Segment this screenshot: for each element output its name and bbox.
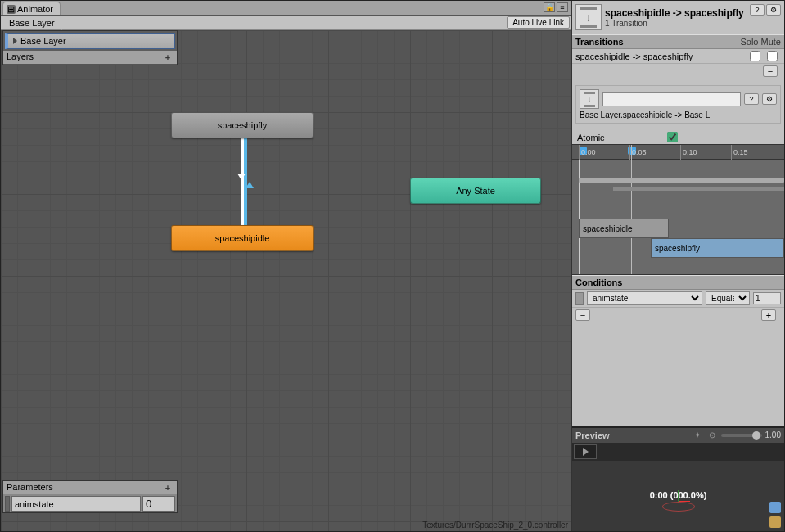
transition-name-input[interactable]	[602, 92, 741, 106]
ruler-tick: 0:10	[680, 145, 697, 160]
transition-icon: ↓	[575, 4, 602, 30]
graph-area[interactable]: Base Layer Layers + spaceshipfly spacesh…	[1, 30, 571, 531]
help-button[interactable]: ?	[750, 4, 765, 16]
condition-operator-select[interactable]: Equals	[706, 291, 750, 305]
atomic-label: Atomic	[577, 133, 667, 142]
parameters-header: Parameters	[7, 482, 53, 494]
parameter-row[interactable]	[3, 495, 177, 512]
conditions-header: Conditions	[572, 275, 784, 290]
state-node-fly[interactable]: spaceshipfly	[171, 112, 314, 138]
mute-checkbox[interactable]	[767, 51, 778, 61]
inspector-title: spaceshipidle -> spaceshipfly	[605, 7, 747, 19]
lead-line	[579, 160, 580, 274]
transitions-section-header: Transitions Solo Mute	[572, 34, 784, 49]
model-icon[interactable]	[769, 516, 781, 528]
ruler-tick: 0:00	[579, 145, 596, 160]
inspector-panel: ↓ spaceshipidle -> spaceshipfly 1 Transi…	[572, 1, 784, 531]
playhead[interactable]	[631, 145, 632, 274]
add-condition-button[interactable]: +	[761, 309, 776, 321]
parameters-panel: Parameters +	[2, 480, 178, 513]
preview-section: Preview ✦ ⊙ 1.00 0:00 (000.0%)	[572, 426, 784, 532]
solo-checkbox[interactable]	[750, 51, 760, 61]
parameter-name-input[interactable]	[11, 496, 141, 512]
timeline-clip-fly[interactable]: spaceshipfly	[651, 238, 784, 258]
play-icon	[583, 448, 589, 456]
settings-gear-icon[interactable]: ⚙	[762, 93, 777, 105]
preview-speed-value: 1.00	[765, 431, 781, 440]
breadcrumb-item[interactable]: Base Layer	[2, 17, 61, 29]
arrow-up-icon	[246, 182, 254, 188]
parameter-value-input[interactable]	[142, 496, 175, 512]
condition-row: animstate Equals	[572, 290, 784, 307]
condition-value-input[interactable]	[753, 292, 781, 304]
panel-menu-icon[interactable]: ≡	[557, 2, 568, 12]
condition-param-select[interactable]: animstate	[587, 291, 702, 305]
state-label: spaceshipidle	[215, 233, 270, 243]
avatar-icon[interactable]	[769, 502, 781, 513]
ruler-tick: 0:15	[731, 145, 748, 160]
inspector-subtitle: 1 Transition	[605, 19, 747, 28]
timeline-clip-idle[interactable]: spaceshipidle	[579, 219, 669, 238]
layers-header: Layers	[7, 52, 34, 63]
remove-condition-button[interactable]: −	[575, 309, 590, 321]
drag-handle-icon[interactable]	[5, 496, 10, 512]
tab-animator[interactable]: ⊞ Animator	[2, 2, 61, 15]
ruler-tick: 0:05	[629, 145, 647, 160]
transition-list-row[interactable]: spaceshipidle -> spaceshipfly	[572, 49, 784, 63]
tab-label: Animator	[17, 4, 53, 14]
state-node-idle[interactable]: spaceshipidle	[171, 225, 314, 251]
axis-y-icon	[678, 490, 679, 502]
remove-transition-button[interactable]: −	[763, 65, 778, 77]
transition-icon: ↓	[580, 89, 599, 109]
drag-handle-icon[interactable]	[575, 292, 584, 305]
inspector-header: ↓ spaceshipidle -> spaceshipfly 1 Transi…	[572, 1, 784, 34]
animator-panel: ≡ ⊞ Animator Base Layer Auto Live Link B…	[1, 1, 572, 531]
timeline-track	[579, 178, 784, 183]
preview-viewport[interactable]: 0:00 (000.0%)	[572, 461, 784, 532]
transition-timeline[interactable]: 0:00 0:05 0:10 0:15 spaceshipidle spaces…	[572, 144, 784, 275]
atomic-checkbox[interactable]	[667, 132, 678, 142]
play-icon	[13, 38, 17, 44]
animator-icon: ⊞	[7, 5, 16, 14]
add-parameter-button[interactable]: +	[162, 482, 174, 494]
auto-live-link-button[interactable]: Auto Live Link	[507, 16, 570, 29]
layers-header-row: Layers +	[3, 51, 177, 65]
preview-header: Preview	[575, 431, 687, 440]
layers-panel: Base Layer Layers +	[2, 30, 178, 65]
layer-name: Base Layer	[20, 36, 66, 46]
breadcrumb-bar: Base Layer Auto Live Link	[1, 16, 571, 30]
state-label: spaceshipfly	[218, 120, 268, 130]
tab-bar: ⊞ Animator	[1, 1, 571, 16]
ik-icon[interactable]: ✦	[692, 430, 703, 441]
arrow-down-icon	[237, 174, 246, 180]
transition-path-label: Base Layer.spaceshipidle -> Base L	[580, 110, 777, 119]
transition-row-label: spaceshipidle -> spaceshipfly	[575, 52, 747, 61]
axis-x-icon	[679, 501, 690, 502]
state-node-anystate[interactable]: Any State	[410, 178, 541, 204]
add-layer-button[interactable]: +	[162, 52, 174, 63]
timeline-track	[613, 187, 784, 191]
state-label: Any State	[456, 186, 495, 196]
help-button[interactable]: ?	[744, 93, 759, 105]
lock-icon[interactable]	[544, 2, 555, 12]
grid-background	[1, 30, 571, 531]
transition-name-box: ↓ ? ⚙ Base Layer.spaceshipidle -> Base L	[575, 85, 781, 124]
settings-gear-icon[interactable]: ⚙	[766, 4, 781, 16]
atomic-row: Atomic	[572, 130, 784, 144]
pivot-icon[interactable]: ⊙	[706, 430, 718, 441]
preview-speed-slider[interactable]	[721, 434, 762, 437]
asset-path-label: Textures/DurrrSpaceShip_2_0.controller	[4, 521, 568, 530]
preview-play-button[interactable]	[574, 444, 597, 459]
timeline-ruler[interactable]: 0:00 0:05 0:10 0:15	[572, 145, 784, 160]
ground-gizmo	[662, 502, 695, 512]
layer-item-base[interactable]: Base Layer	[5, 33, 175, 49]
